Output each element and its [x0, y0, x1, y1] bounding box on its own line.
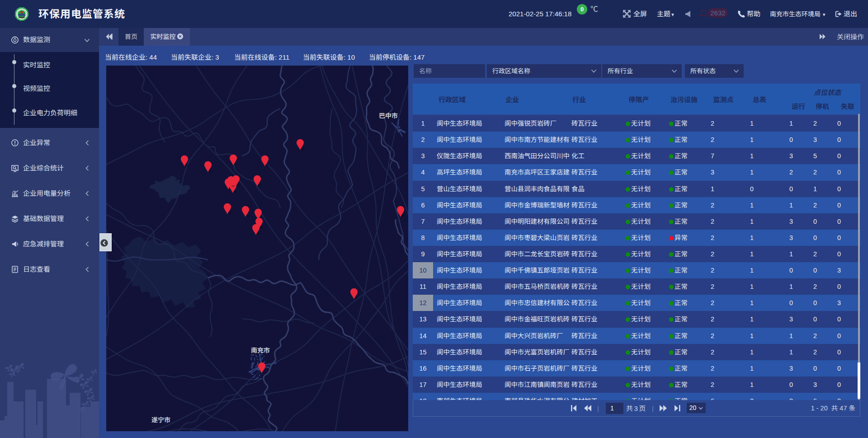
- svg-text:南充市: 南充市: [251, 347, 270, 354]
- svg-text:遂宁市: 遂宁市: [151, 416, 170, 424]
- svg-text:巴中市: 巴中市: [379, 112, 398, 119]
